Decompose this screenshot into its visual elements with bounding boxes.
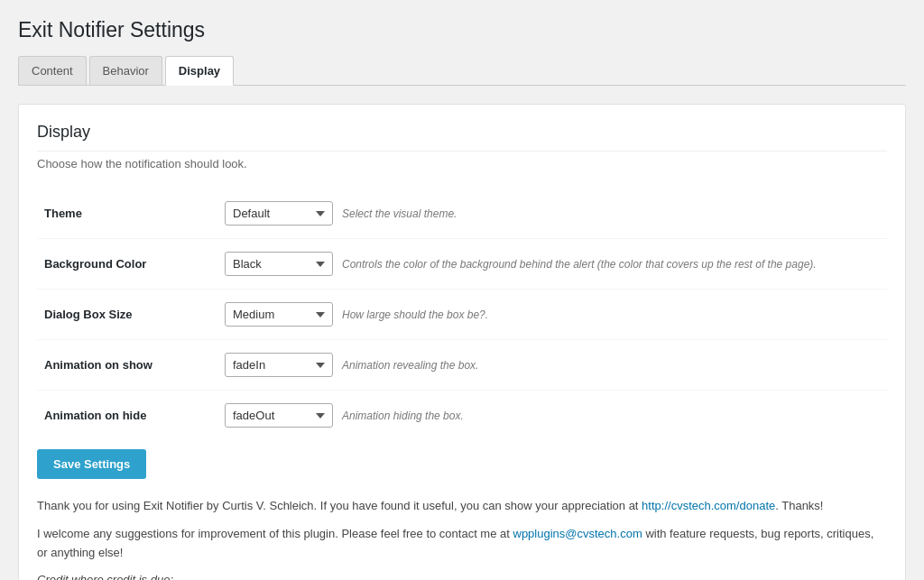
section-title: Display: [37, 123, 887, 152]
donate-link[interactable]: http://cvstech.com/donate: [642, 499, 775, 512]
tab-content[interactable]: Content: [18, 56, 87, 85]
anim-show-label: Animation on show: [37, 340, 217, 391]
theme-select[interactable]: Default Dark Light Custom: [225, 201, 333, 226]
bg-color-label: Background Color: [37, 239, 217, 290]
theme-label: Theme: [37, 189, 217, 239]
footer-credit: Credit where credit is due:: [37, 571, 887, 580]
anim-show-control: fadeIn slideIn bounce none Animation rev…: [225, 353, 880, 377]
dialog-size-select[interactable]: Small Medium Large: [225, 302, 333, 327]
tab-display[interactable]: Display: [165, 56, 234, 86]
section-description: Choose how the notification should look.: [37, 157, 887, 170]
theme-description: Select the visual theme.: [342, 207, 457, 220]
footer-text-1-end: . Thanks!: [775, 499, 823, 512]
anim-show-select[interactable]: fadeIn slideIn bounce none: [225, 353, 333, 377]
footer-line1: Thank you for using Exit Notifier by Cur…: [37, 497, 887, 516]
dialog-size-control: Small Medium Large How large should the …: [225, 302, 880, 327]
footer-section: Thank you for using Exit Notifier by Cur…: [37, 497, 887, 580]
anim-hide-label: Animation on hide: [37, 391, 217, 441]
settings-table: Theme Default Dark Light Custom Select t…: [37, 189, 887, 440]
page-title: Exit Notifier Settings: [18, 18, 906, 42]
table-row: Animation on hide fadeOut slideOut bounc…: [37, 391, 887, 441]
table-row: Dialog Box Size Small Medium Large How l…: [37, 290, 887, 340]
save-button[interactable]: Save Settings: [37, 449, 146, 479]
tabs-container: Content Behavior Display: [18, 56, 906, 86]
dialog-size-description: How large should the box be?.: [342, 308, 488, 321]
footer-text-1: Thank you for using Exit Notifier by Cur…: [37, 499, 642, 512]
settings-card: Display Choose how the notification shou…: [18, 104, 906, 580]
bg-color-description: Controls the color of the background beh…: [342, 258, 817, 271]
email-link[interactable]: wpplugins@cvstech.com: [513, 527, 642, 540]
anim-hide-description: Animation hiding the box.: [342, 410, 464, 422]
footer-text-2: I welcome any suggestions for improvemen…: [37, 527, 513, 540]
footer-line2: I welcome any suggestions for improvemen…: [37, 525, 887, 563]
bg-color-control: Black White Gray Red Blue Controls the c…: [225, 252, 880, 276]
table-row: Animation on show fadeIn slideIn bounce …: [37, 340, 887, 391]
theme-control: Default Dark Light Custom Select the vis…: [225, 201, 880, 226]
tab-behavior[interactable]: Behavior: [89, 56, 162, 85]
bg-color-select[interactable]: Black White Gray Red Blue: [225, 252, 333, 276]
anim-hide-select[interactable]: fadeOut slideOut bounce none: [225, 403, 333, 428]
table-row: Theme Default Dark Light Custom Select t…: [37, 189, 887, 239]
anim-show-description: Animation revealing the box.: [342, 359, 478, 372]
table-row: Background Color Black White Gray Red Bl…: [37, 239, 887, 290]
anim-hide-control: fadeOut slideOut bounce none Animation h…: [225, 403, 880, 428]
dialog-size-label: Dialog Box Size: [37, 290, 217, 340]
